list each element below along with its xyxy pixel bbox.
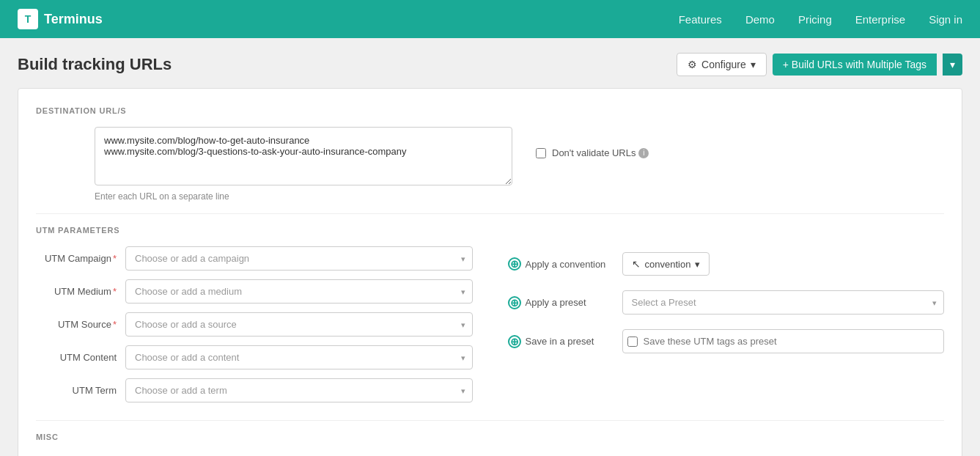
utm-medium-select-wrapper: Choose or add a medium ▾	[125, 279, 473, 304]
utm-medium-row: UTM Medium* Choose or add a medium ▾	[36, 279, 473, 304]
validate-wrapper: Don't validate URLs i	[536, 127, 649, 158]
utm-campaign-select-wrapper: Choose or add a campaign ▾	[125, 246, 473, 271]
utm-term-row: UTM Term Choose or add a term ▾	[36, 378, 473, 402]
gear-icon: ⚙	[688, 59, 697, 70]
url-section: www.mysite.com/blog/how-to-get-auto-insu…	[36, 127, 944, 202]
utm-source-select-wrapper: Choose or add a source ▾	[125, 312, 473, 337]
header-actions: ⚙ Configure ▾ + Build URLs with Multiple…	[677, 53, 962, 76]
brand: T Terminus	[18, 9, 103, 29]
preset-row: ⊕ Apply a preset Select a Preset ▾	[508, 290, 945, 315]
nav-link-demo[interactable]: Demo	[745, 13, 775, 26]
convention-icon: ⊕	[508, 257, 521, 271]
utm-section-label: UTM PARAMETERS	[36, 226, 944, 235]
utm-term-label: UTM Term	[36, 385, 117, 396]
nav-link-pricing[interactable]: Pricing	[798, 13, 832, 26]
utm-campaign-label: UTM Campaign*	[36, 253, 117, 264]
utm-source-select[interactable]: Choose or add a source	[125, 312, 473, 337]
build-urls-caret-button[interactable]: ▾	[943, 54, 962, 76]
caret-down-icon: ▾	[950, 59, 955, 70]
configure-button[interactable]: ⚙ Configure ▾	[677, 53, 767, 76]
preset-icon: ⊕	[508, 296, 521, 309]
utm-right: ⊕ Apply a convention ↖ convention ▾ ⊕ Ap…	[508, 246, 945, 402]
save-preset-icon: ⊕	[508, 335, 521, 348]
required-star: *	[113, 319, 117, 330]
convention-row: ⊕ Apply a convention ↖ convention ▾	[508, 252, 945, 276]
misc-section-label: MISC	[36, 433, 944, 441]
required-star: *	[113, 286, 117, 297]
utm-term-select[interactable]: Choose or add a term	[125, 378, 473, 402]
destination-section-label: DESTINATION URL/S	[36, 106, 944, 115]
utm-campaign-select[interactable]: Choose or add a campaign	[125, 246, 473, 271]
save-preset-checkbox[interactable]	[627, 337, 638, 347]
destination-url-textarea[interactable]: www.mysite.com/blog/how-to-get-auto-insu…	[95, 127, 512, 185]
misc-section-divider	[36, 420, 944, 421]
page-header: Build tracking URLs ⚙ Configure ▾ + Buil…	[18, 53, 962, 76]
url-textarea-wrapper: www.mysite.com/blog/how-to-get-auto-insu…	[95, 127, 512, 202]
preset-select-wrapper: Select a Preset ▾	[622, 290, 945, 315]
preset-select[interactable]: Select a Preset	[622, 290, 945, 315]
convention-label: convention	[645, 259, 691, 270]
utm-content-label: UTM Content	[36, 352, 117, 363]
navbar: T Terminus Features Demo Pricing Enterpr…	[0, 0, 980, 38]
utm-content-select[interactable]: Choose or add a content	[125, 345, 473, 369]
configure-label: Configure	[701, 59, 746, 70]
section-divider	[36, 213, 944, 214]
cursor-icon: ↖	[632, 258, 641, 270]
save-preset-input-wrapper	[622, 329, 945, 353]
utm-medium-label: UTM Medium*	[36, 286, 117, 297]
preset-apply-label: ⊕ Apply a preset	[508, 296, 611, 309]
chevron-down-icon: ▾	[751, 59, 756, 70]
utm-source-row: UTM Source* Choose or add a source ▾	[36, 312, 473, 337]
convention-apply-label: ⊕ Apply a convention	[508, 257, 611, 271]
brand-logo: T	[18, 9, 38, 29]
build-urls-button[interactable]: + Build URLs with Multiple Tags	[773, 54, 937, 76]
utm-left: UTM Campaign* Choose or add a campaign ▾…	[36, 246, 473, 402]
page-wrapper: Build tracking URLs ⚙ Configure ▾ + Buil…	[0, 38, 980, 456]
build-label: + Build URLs with Multiple Tags	[783, 59, 926, 70]
utm-campaign-row: UTM Campaign* Choose or add a campaign ▾	[36, 246, 473, 271]
utm-content-select-wrapper: Choose or add a content ▾	[125, 345, 473, 369]
main-card: DESTINATION URL/S www.mysite.com/blog/ho…	[18, 88, 962, 456]
save-preset-label: ⊕ Save in a preset	[508, 335, 611, 348]
utm-term-select-wrapper: Choose or add a term ▾	[125, 378, 473, 402]
convention-button[interactable]: ↖ convention ▾	[622, 252, 710, 276]
utm-medium-select[interactable]: Choose or add a medium	[125, 279, 473, 304]
required-star: *	[113, 253, 117, 264]
chevron-down-icon: ▾	[695, 259, 700, 270]
brand-name: Terminus	[44, 12, 103, 27]
info-icon: i	[638, 148, 649, 158]
nav-link-features[interactable]: Features	[679, 13, 722, 26]
nav-link-enterprise[interactable]: Enterprise	[855, 13, 905, 26]
nav-links: Features Demo Pricing Enterprise Sign in	[679, 13, 962, 26]
save-preset-input[interactable]	[644, 331, 940, 351]
page-title: Build tracking URLs	[18, 55, 172, 74]
url-hint: Enter each URL on a separate line	[95, 191, 512, 202]
save-preset-row: ⊕ Save in a preset	[508, 329, 945, 353]
misc-section: MISC	[36, 433, 944, 441]
validate-checkbox[interactable]	[536, 148, 546, 158]
utm-grid: UTM Campaign* Choose or add a campaign ▾…	[36, 246, 944, 402]
utm-content-row: UTM Content Choose or add a content ▾	[36, 345, 473, 369]
validate-label: Don't validate URLs i	[552, 147, 649, 158]
utm-source-label: UTM Source*	[36, 319, 117, 330]
nav-link-signin[interactable]: Sign in	[929, 13, 962, 26]
